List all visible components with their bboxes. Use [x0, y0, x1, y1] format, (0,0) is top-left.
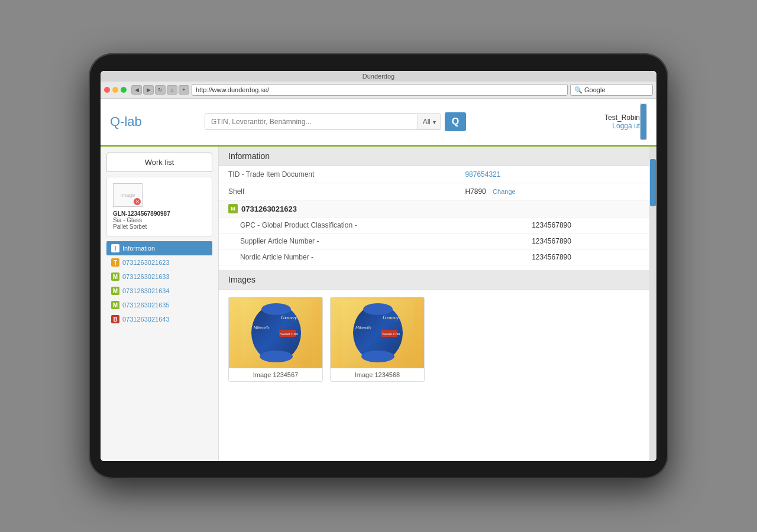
close-dot[interactable]	[104, 87, 110, 93]
search-dropdown[interactable]: All ▾	[418, 114, 441, 129]
sidebar-item-label-5: 0731263021643	[122, 316, 170, 323]
refresh-button[interactable]: ↻	[155, 85, 166, 95]
browser-dots	[104, 87, 127, 93]
app-header: Q-lab All ▾ Q Test_Robin	[101, 99, 656, 147]
image-preview-1: Mikesells Groovy Sweet Chili	[229, 297, 323, 368]
worklist-tab[interactable]: Work list	[106, 153, 212, 172]
image-label: image	[121, 192, 135, 198]
browser-search-bar[interactable]: 🔍 Google	[570, 84, 653, 96]
chips-bag-svg-2: Mikesells Groovy Sweet Chili	[342, 300, 413, 365]
gpc-label: GPC - Global Product Classification -	[219, 218, 510, 233]
m-icon-2: M	[111, 287, 119, 295]
sidebar-item-label-4: 0731263021635	[122, 301, 170, 309]
shelf-value-cell: H7890 Change	[455, 183, 649, 200]
app-container: Q-lab All ▾ Q Test_Robin	[101, 99, 656, 461]
sidebar-item-0731263021643[interactable]: B 0731263021643	[106, 312, 212, 326]
search-input[interactable]	[205, 114, 418, 129]
shelf-row: Shelf H7890 Change	[219, 183, 649, 200]
information-table: TID - Trade Item Document 987654321 Shel…	[219, 166, 649, 200]
right-scrollbar[interactable]	[649, 147, 656, 461]
svg-point-11	[361, 351, 394, 362]
image-preview-2: Mikesells Groovy Sweet Chili	[331, 297, 425, 368]
svg-text:Sweet Chili: Sweet Chili	[280, 332, 298, 336]
search-input-wrapper: All ▾	[205, 113, 441, 130]
image-label-2: Image 1234568	[331, 368, 424, 381]
sidebar-item-label-2: 0731263021633	[122, 273, 170, 280]
browser-title: Dunderdog	[363, 73, 394, 80]
sidebar-item-label-1: 0731263021623	[122, 259, 170, 266]
image-label-text-1: Image 1234567	[253, 371, 298, 378]
image-label-text-2: Image 1234568	[355, 371, 400, 378]
product-gln: GLN-1234567890987	[113, 210, 206, 217]
sidebar-item-information-label: Information	[122, 245, 155, 252]
product-supplier: Sia - Glass	[113, 217, 206, 223]
content-with-scrollbar: Information TID - Trade Item Document 98…	[219, 147, 656, 461]
shelf-change-link[interactable]: Change	[493, 188, 516, 195]
new-tab-button[interactable]: +	[179, 85, 189, 95]
scrollbar-thumb	[640, 104, 646, 140]
user-section: Test_Robin Logga ut	[604, 113, 640, 130]
info-icon: I	[111, 244, 119, 252]
tid-link[interactable]: 987654321	[465, 170, 500, 179]
supplier-article-value: 1234567890	[510, 233, 649, 249]
search-bar-container: All ▾ Q	[205, 112, 604, 131]
search-dropdown-label: All	[423, 118, 431, 126]
product-image: image ✕	[113, 183, 143, 207]
gpc-value: 1234567890	[510, 218, 649, 233]
browser-titlebar: Dunderdog	[101, 71, 656, 82]
tid-value: 987654321	[455, 166, 649, 183]
user-name: Test_Robin	[604, 113, 640, 122]
back-button[interactable]: ◀	[131, 85, 142, 95]
url-bar[interactable]: http://www.dunderdog.se/	[192, 84, 568, 96]
gtin-number: 0731263021623	[241, 205, 297, 213]
home-button[interactable]: ⌂	[167, 85, 177, 95]
gtin-row: M 0731263021623	[219, 200, 649, 218]
nordic-article-row: Nordic Article Number - 1234567890	[219, 249, 649, 265]
minimize-dot[interactable]	[112, 87, 118, 93]
app-logo: Q-lab	[110, 114, 205, 129]
gtin-badge-icon: M	[228, 204, 238, 213]
image-card-2[interactable]: Mikesells Groovy Sweet Chili Image 12345…	[330, 297, 425, 382]
sidebar-item-0731263021635[interactable]: M 0731263021635	[106, 298, 212, 312]
svg-point-2	[261, 303, 291, 315]
search-button-label: Q	[452, 116, 459, 127]
logout-link[interactable]: Logga ut	[604, 122, 640, 130]
product-card: image ✕ GLN-1234567890987 Sia - Glass Pa…	[106, 177, 212, 236]
sidebar-item-0731263021633[interactable]: M 0731263021633	[106, 270, 212, 284]
svg-text:Sweet Chili: Sweet Chili	[382, 332, 400, 336]
image-card-1[interactable]: Mikesells Groovy Sweet Chili Image 12345…	[228, 297, 323, 382]
tablet-screen: Dunderdog ◀ ▶ ↻ ⌂ + http://www.dunderdog…	[101, 71, 656, 461]
product-name: Pallet Sorbet	[113, 223, 206, 230]
expand-dot[interactable]	[121, 87, 127, 93]
gtin-badge-label: M	[231, 206, 235, 212]
sidebar-item-0731263021623[interactable]: T 0731263021623	[106, 255, 212, 270]
svg-text:Groovy: Groovy	[383, 314, 399, 320]
images-grid: Mikesells Groovy Sweet Chili Image 12345…	[219, 290, 649, 389]
sidebar-item-0731263021634[interactable]: M 0731263021634	[106, 284, 212, 298]
worklist-tab-label: Work list	[145, 158, 174, 167]
images-section-header: Images	[219, 270, 649, 290]
image-label-1: Image 1234567	[229, 368, 322, 381]
sidebar-nav: I Information T 0731263021623 M 07312630…	[106, 241, 212, 326]
logo-text: Q-lab	[110, 114, 142, 129]
tid-row: TID - Trade Item Document 987654321	[219, 166, 649, 183]
gpc-row: GPC - Global Product Classification - 12…	[219, 218, 649, 233]
nav-buttons: ◀ ▶ ↻ ⌂ +	[131, 85, 189, 95]
b-icon: B	[111, 315, 119, 323]
scrollbar-thumb-right	[650, 159, 656, 206]
browser-search-text: 🔍 Google	[574, 86, 606, 94]
sidebar-item-information[interactable]: I Information	[106, 241, 212, 255]
supplier-article-label: Supplier Article Number -	[219, 233, 510, 249]
search-button[interactable]: Q	[445, 112, 466, 131]
image-error-icon: ✕	[134, 198, 141, 205]
shelf-value: H7890	[465, 187, 486, 196]
svg-point-3	[260, 351, 293, 362]
images-section: Images	[219, 270, 649, 389]
sub-info-table: GPC - Global Product Classification - 12…	[219, 218, 649, 265]
forward-button[interactable]: ▶	[143, 85, 154, 95]
main-layout: Work list image ✕ GLN-1234567890987 Sia …	[101, 147, 656, 461]
images-title: Images	[228, 275, 255, 284]
information-section: Information TID - Trade Item Document 98…	[219, 147, 649, 265]
browser-toolbar: ◀ ▶ ↻ ⌂ + http://www.dunderdog.se/ 🔍 Goo…	[101, 82, 656, 98]
shelf-label: Shelf	[219, 183, 455, 200]
